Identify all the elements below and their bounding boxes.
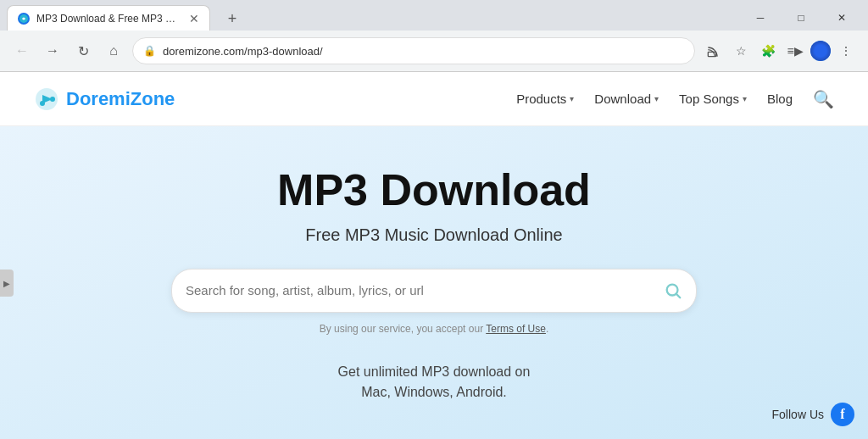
browser-tab[interactable]: MP3 Download & Free MP3 Mus... ✕ (7, 5, 210, 31)
site-logo[interactable]: DoremiZone (34, 86, 175, 112)
media-button[interactable]: ≡▶ (783, 39, 807, 63)
address-bar: ← → ↻ ⌂ 🔒 doremizone.com/mp3-download/ ☆… (0, 31, 868, 71)
terms-of-use-link[interactable]: Terms of Use (486, 323, 546, 335)
forward-button[interactable]: → (41, 39, 64, 63)
url-text: doremizone.com/mp3-download/ (163, 45, 684, 58)
url-bar[interactable]: 🔒 doremizone.com/mp3-download/ (132, 37, 695, 64)
lock-icon: 🔒 (143, 45, 156, 57)
nav-download-label: Download (594, 92, 651, 106)
home-button[interactable]: ⌂ (102, 39, 125, 63)
svg-point-4 (50, 97, 55, 102)
window-controls: ─ □ ✕ (741, 5, 861, 31)
hero-subtitle: Free MP3 Music Download Online (305, 225, 562, 245)
svg-line-6 (676, 294, 680, 297)
browser-actions: ☆ 🧩 ≡▶ ⋮ (702, 39, 858, 63)
follow-us-label: Follow Us (772, 408, 824, 421)
products-chevron-icon: ▾ (570, 94, 574, 103)
maximize-button[interactable]: □ (782, 5, 821, 31)
extensions-button[interactable]: 🧩 (756, 39, 780, 63)
hero-title: MP3 Download (277, 164, 591, 215)
site-navigation: DoremiZone Products ▾ Download ▾ Top Son… (0, 72, 868, 126)
search-input[interactable] (186, 283, 664, 297)
nav-download[interactable]: Download ▾ (594, 92, 659, 106)
website-content: DoremiZone Products ▾ Download ▾ Top Son… (0, 72, 868, 439)
nav-links: Products ▾ Download ▾ Top Songs ▾ Blog 🔍 (516, 89, 834, 109)
minimize-button[interactable]: ─ (741, 5, 780, 31)
search-icon (664, 281, 682, 300)
nav-top-songs-label: Top Songs (679, 92, 739, 106)
tab-title: MP3 Download & Free MP3 Mus... (36, 13, 182, 25)
cast-button[interactable] (702, 39, 726, 63)
logo-icon (34, 86, 59, 112)
nav-products[interactable]: Products ▾ (516, 92, 574, 106)
nav-blog-label: Blog (767, 92, 793, 106)
reload-button[interactable]: ↻ (71, 39, 95, 63)
search-button[interactable] (664, 281, 682, 300)
bookmark-button[interactable]: ☆ (729, 39, 753, 63)
back-button[interactable]: ← (10, 39, 34, 63)
logo-text: DoremiZone (66, 88, 175, 110)
follow-us-section: Follow Us f (772, 403, 854, 426)
facebook-icon[interactable]: f (831, 403, 854, 426)
nav-top-songs[interactable]: Top Songs ▾ (679, 92, 747, 106)
tab-favicon (18, 13, 30, 25)
tab-close-button[interactable]: ✕ (189, 13, 199, 25)
top-songs-chevron-icon: ▾ (743, 94, 747, 103)
hero-section: ▶ MP3 Download Free MP3 Music Download O… (0, 126, 868, 439)
side-arrow-button[interactable]: ▶ (0, 270, 14, 297)
nav-search-icon[interactable]: 🔍 (813, 89, 834, 109)
svg-point-3 (40, 101, 45, 106)
close-button[interactable]: ✕ (822, 5, 861, 31)
hero-cta: Get unlimited MP3 download on Mac, Windo… (338, 362, 531, 403)
new-tab-button[interactable]: + (220, 7, 244, 31)
browser-chrome: MP3 Download & Free MP3 Mus... ✕ + ─ □ ✕… (0, 0, 868, 72)
search-bar[interactable] (171, 269, 697, 313)
download-chevron-icon: ▾ (654, 94, 659, 103)
profile-button[interactable] (810, 41, 831, 61)
terms-text: By using our service, you accept our Ter… (320, 323, 549, 335)
nav-blog[interactable]: Blog (767, 92, 793, 106)
menu-button[interactable]: ⋮ (834, 39, 858, 63)
nav-products-label: Products (516, 92, 566, 106)
